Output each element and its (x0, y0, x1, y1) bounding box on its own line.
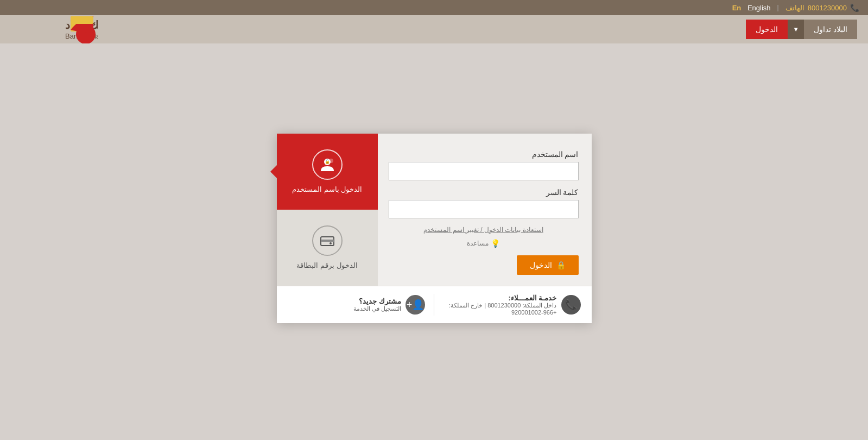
login-submit-button[interactable]: 🔒 الدخول (517, 255, 579, 275)
cs-title: خدمـة العمـــلاء: (443, 294, 557, 302)
top-divider: | (777, 4, 779, 11)
cs-divider: | (483, 302, 486, 309)
tab-card-login[interactable]: الدخول برقم البطاقة (277, 210, 378, 286)
login-form-panel: اسم المستخدم كلمة السر استعادة بيانات ال… (378, 134, 592, 286)
svg-point-10 (330, 242, 332, 244)
language-switcher[interactable]: English En (732, 4, 771, 12)
password-label: كلمة السر (389, 188, 579, 197)
new-user-text: مشترك جديد؟ التسجيل في الخدمة (353, 297, 401, 312)
submit-label: الدخول (530, 261, 552, 269)
cs-local-number: داخل المملكة: 8001230000 (487, 302, 556, 309)
phone-icon: 📞 (850, 3, 859, 12)
nav-login-button[interactable]: الدخول (746, 20, 788, 39)
nav-left: البلاد تداول ▼ الدخول (746, 20, 857, 39)
username-label: اسم المستخدم (389, 150, 579, 159)
login-tabs-panel: 🔒 الدخول باسم المستخدم الدخول برقم (277, 134, 378, 286)
login-bottom: 📞 خدمـة العمـــلاء: داخل المملكة: 800123… (277, 286, 592, 323)
help-text[interactable]: 💡 مساعدة (389, 239, 579, 248)
card-icon (319, 232, 335, 249)
main-content: اسم المستخدم كلمة السر استعادة بيانات ال… (0, 43, 868, 413)
login-card-main: اسم المستخدم كلمة السر استعادة بيانات ال… (277, 134, 592, 286)
cs-local: داخل المملكة: 8001230000 | خارج المملكة:… (443, 302, 557, 316)
cs-phone-icon: 📞 (561, 295, 581, 315)
user-icon: 🔒 (319, 156, 335, 173)
password-input[interactable] (389, 200, 579, 218)
svg-rect-4 (71, 16, 93, 24)
new-subscriber-sub: التسجيل في الخدمة (353, 305, 401, 312)
tadawul-dropdown[interactable]: ▼ (788, 20, 804, 39)
customer-service-section: 📞 خدمـة العمـــلاء: داخل المملكة: 800123… (443, 294, 581, 316)
help-label: مساعدة (467, 240, 489, 247)
svg-rect-9 (321, 240, 334, 242)
tab-username-login[interactable]: 🔒 الدخول باسم المستخدم (277, 134, 378, 210)
cs-text: خدمـة العمـــلاء: داخل المملكة: 80012300… (443, 294, 557, 316)
lang-code: En (732, 4, 742, 12)
new-subscriber-section[interactable]: 👤+ مشترك جديد؟ التسجيل في الخدمة (288, 295, 426, 315)
recover-link[interactable]: استعادة بيانات الدخول / تغيير اسم المستخ… (389, 226, 579, 234)
user-icon-circle: 🔒 (312, 149, 343, 180)
card-icon-circle (312, 225, 343, 256)
new-user-icon: 👤+ (406, 295, 425, 315)
top-bar: 📞 8001230000 الهاتف | English En (0, 0, 868, 15)
phone-label: الهاتف (785, 4, 804, 12)
bank-logo: بنك البلاد Bank Albilad (11, 14, 98, 46)
username-input[interactable] (389, 162, 579, 180)
tab-card-label: الدخول برقم البطاقة (296, 261, 357, 269)
nav-login-label: الدخول (756, 25, 778, 34)
nav-right: بنك البلاد Bank Albilad (11, 14, 98, 46)
logo-svg: بنك البلاد Bank Albilad (11, 14, 98, 43)
help-icon: 💡 (491, 239, 500, 248)
nav-bar: البلاد تداول ▼ الدخول بنك البلاد Bank Al… (0, 15, 868, 43)
tadawul-button[interactable]: البلاد تداول (804, 20, 857, 39)
phone-info: 📞 8001230000 الهاتف (785, 3, 859, 12)
bank-name-arabic: بنك البلاد Bank Albilad (11, 14, 98, 46)
lock-icon: 🔒 (556, 261, 566, 269)
tab-username-label: الدخول باسم المستخدم (292, 185, 362, 193)
new-subscriber-title: مشترك جديد؟ (353, 297, 401, 305)
login-card-wrapper: اسم المستخدم كلمة السر استعادة بيانات ال… (277, 134, 592, 323)
chevron-down-icon: ▼ (793, 26, 799, 33)
svg-text:🔒: 🔒 (325, 159, 330, 164)
phone-number: 8001230000 (808, 4, 847, 12)
tadawul-label: البلاد تداول (814, 25, 847, 34)
lang-text: English (747, 4, 771, 12)
bottom-divider (434, 294, 434, 316)
